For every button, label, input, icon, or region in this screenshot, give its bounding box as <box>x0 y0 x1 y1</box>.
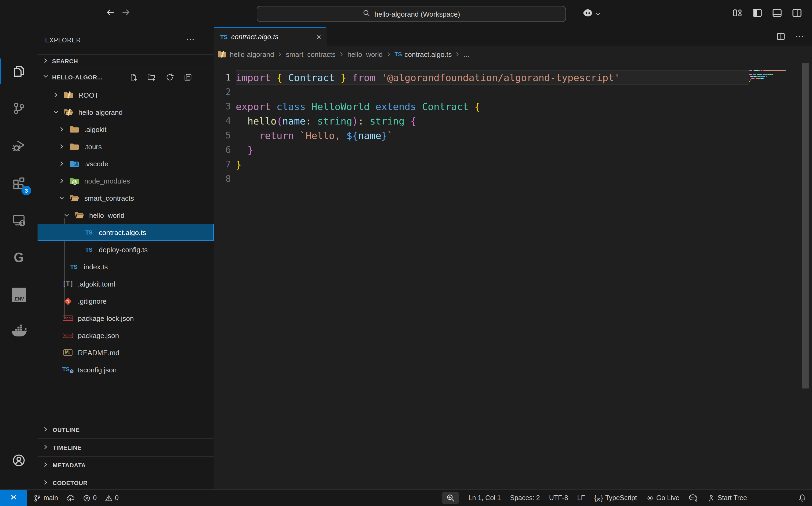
tree-item-contract-algo-ts[interactable]: TScontract.algo.ts <box>38 224 214 241</box>
copilot-menu-button[interactable] <box>582 7 601 21</box>
tree-item-label: package-lock.json <box>78 314 134 322</box>
tree-item--vscode[interactable]: .vscode <box>38 155 214 172</box>
titlebar-customize-layout-button[interactable] <box>732 7 743 18</box>
tree-item-root[interactable]: ROOT <box>38 86 214 103</box>
breadcrumb-item-hello-world[interactable]: hello_world <box>348 50 383 58</box>
vscode-window: hello-algorand (Workspace) 3G.ENV⚙1 EXPL… <box>0 0 812 506</box>
status-item-problems-errors[interactable]: 0 <box>83 494 97 502</box>
tree-item-deploy-config-ts[interactable]: TSdeploy-config.ts <box>38 241 214 258</box>
split-editor-button[interactable] <box>776 31 786 41</box>
code-line[interactable]: export class HelloWorld extends Contract… <box>236 99 480 114</box>
tree-item-hello-algorand[interactable]: hello-algorand <box>38 103 214 121</box>
tab-contract-algo-ts[interactable]: TS contract.algo.ts × <box>214 27 326 46</box>
breadcrumb-item-contract-algo-ts[interactable]: TScontract.algo.ts <box>394 50 452 58</box>
status-item-language-status[interactable]: {⊗}TypeScript <box>594 494 637 502</box>
status-item-start-tree[interactable]: Start Tree <box>707 494 747 502</box>
status-item-indentation[interactable]: Spaces: 2 <box>510 494 540 502</box>
new-folder-button[interactable] <box>147 73 156 82</box>
code-line[interactable]: import { Contract } from '@algorandfound… <box>236 70 620 85</box>
history-back-button[interactable] <box>104 7 116 19</box>
activity-item-explorer[interactable] <box>6 59 32 84</box>
markdown-icon: M↓ <box>63 348 73 357</box>
sidebar-section-timeline[interactable]: TIMELINE <box>38 438 214 456</box>
code-line[interactable]: return `Hello, ${name}` <box>236 128 393 143</box>
sidebar-section-workspace[interactable]: HELLO-ALGOR... <box>38 68 214 86</box>
refresh-button[interactable] <box>165 73 174 82</box>
tree-item-tsconfig-json[interactable]: TS⚙tsconfig.json <box>38 361 214 378</box>
breadcrumb-item-smart-contracts[interactable]: smart_contracts <box>286 50 336 58</box>
tree-item-index-ts[interactable]: TSindex.ts <box>38 258 214 275</box>
tree-item--tours[interactable]: .tours <box>38 138 214 155</box>
status-item-encoding[interactable]: UTF-8 <box>549 494 568 502</box>
sidebar-header: EXPLORER ⋯ <box>38 27 214 54</box>
toggle-panel-icon <box>772 7 783 18</box>
activity-item-extensions[interactable]: 3 <box>6 170 32 196</box>
algokit-g-icon: G <box>14 251 24 264</box>
breadcrumb-item-hello-algorand[interactable]: hello-algorand <box>217 50 274 59</box>
status-item-zoom-indicator[interactable] <box>442 492 459 504</box>
breadcrumb-label: smart_contracts <box>286 50 336 58</box>
sidebar-section-search[interactable]: SEARCH <box>38 54 214 68</box>
code-editor[interactable]: 1import { Contract } from '@algorandfoun… <box>214 63 812 489</box>
new-file-button[interactable] <box>129 73 138 82</box>
status-item-branch[interactable]: main <box>33 494 58 502</box>
docker-icon <box>11 324 27 340</box>
editor-scrollbar[interactable] <box>802 63 809 389</box>
line-number: 3 <box>214 99 231 114</box>
activity-item-remote-explorer[interactable] <box>6 207 32 233</box>
minimap-line <box>762 74 766 75</box>
activity-item-algokit[interactable]: G <box>6 245 32 270</box>
activity-item-dotenv[interactable]: .ENV <box>6 282 32 308</box>
refresh-icon <box>165 73 174 82</box>
sidebar-more-actions-button[interactable]: ⋯ <box>185 33 197 45</box>
tree-item-readme-md[interactable]: M↓README.md <box>38 344 214 361</box>
sidebar-section-codetour[interactable]: CODETOUR <box>38 474 214 489</box>
status-item-problems-warnings[interactable]: 0 <box>105 494 119 502</box>
tree-item-label: ROOT <box>78 91 98 99</box>
tree-item-package-json[interactable]: npmpackage.json <box>38 327 214 344</box>
activity-item-accounts[interactable] <box>6 447 32 473</box>
chevron-down-icon <box>595 9 601 19</box>
minimap-line <box>759 70 760 71</box>
close-tab-button[interactable]: × <box>316 33 321 41</box>
more-actions-button[interactable]: ⋯ <box>795 32 805 40</box>
status-item-eol[interactable]: LF <box>577 494 585 502</box>
vscode-folder-icon <box>69 159 79 168</box>
titlebar-toggle-secondary-sidebar-button[interactable] <box>792 7 802 18</box>
code-line[interactable]: hello(name: string): string { <box>236 114 416 128</box>
status-item-cursor-position[interactable]: Ln 1, Col 1 <box>468 494 501 502</box>
command-center-search[interactable]: hello-algorand (Workspace) <box>257 6 566 22</box>
minimap[interactable] <box>749 63 787 170</box>
status-item-sync[interactable] <box>66 494 75 502</box>
minimap-line <box>749 74 753 75</box>
tree-item-label: contract.algo.ts <box>99 228 146 236</box>
code-line[interactable]: } <box>236 143 253 157</box>
debug-icon <box>12 139 26 152</box>
history-forward-button[interactable] <box>120 7 132 19</box>
sidebar-section-metadata[interactable]: METADATA <box>38 456 214 474</box>
status-item-copilot-status[interactable] <box>688 493 698 503</box>
sidebar-section-outline[interactable]: OUTLINE <box>38 421 214 438</box>
status-item-go-live[interactable]: Go Live <box>646 494 679 502</box>
tree-item--algokit[interactable]: .algokit <box>38 121 214 138</box>
line-number: 4 <box>214 114 231 128</box>
tree-item-hello-world[interactable]: hello_world <box>38 206 214 224</box>
tree-item-label: .gitignore <box>78 297 106 305</box>
collapse-all-button[interactable] <box>184 73 192 82</box>
tree-item-package-lock-json[interactable]: npmpackage-lock.json <box>38 310 214 327</box>
activity-item-source-control[interactable] <box>6 95 32 121</box>
activity-item-docker[interactable] <box>6 319 32 344</box>
minimap-line <box>755 78 760 79</box>
tree-item--algokit-toml[interactable]: [T].algokit.toml <box>38 275 214 292</box>
tree-item-smart-contracts[interactable]: smart_contracts <box>38 189 214 206</box>
activity-item-run-and-debug[interactable] <box>6 133 32 158</box>
remote-indicator[interactable] <box>0 490 27 506</box>
minimap-line <box>754 70 759 71</box>
tree-item-node-modules[interactable]: JSnode_modules <box>38 172 214 189</box>
breadcrumb-item--[interactable]: ... <box>464 50 470 58</box>
titlebar-toggle-panel-button[interactable] <box>772 7 783 18</box>
tree-item--gitignore[interactable]: .gitignore <box>38 292 214 310</box>
code-line[interactable]: } <box>236 157 242 172</box>
status-item-notifications[interactable] <box>798 494 807 502</box>
titlebar-toggle-sidebar-button[interactable] <box>752 7 762 18</box>
